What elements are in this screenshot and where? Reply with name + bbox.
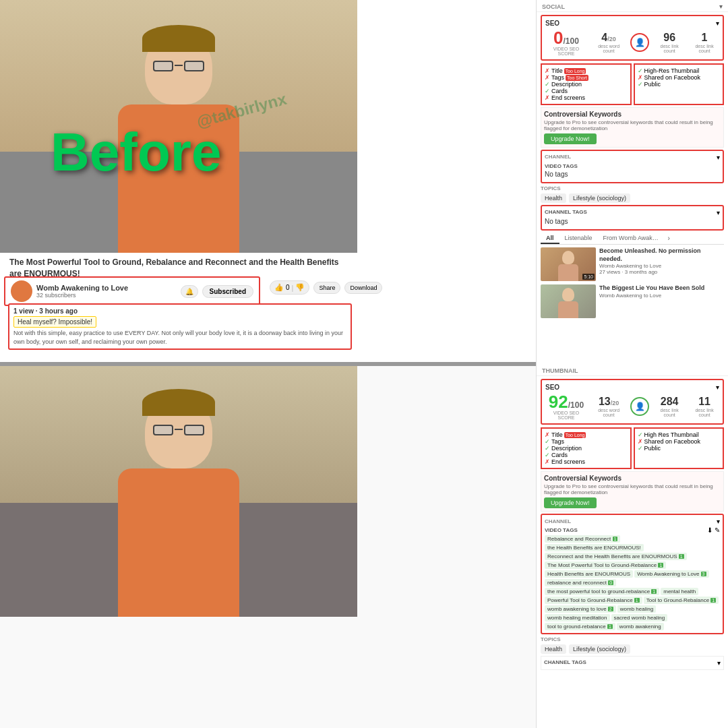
like-section-top[interactable]: 👍 0 | 👎 xyxy=(270,280,309,295)
topic-health-top: Health xyxy=(541,193,566,203)
channel-label-bot: CHANNEL xyxy=(545,518,571,524)
link-count-bot: 284 xyxy=(655,396,684,408)
checklist-left-top: ✗ Title Too Long ✗ Tags Too Short ✓ Desc… xyxy=(541,63,632,105)
thumbnail-label-bot: THUMBNAIL xyxy=(542,367,578,374)
subscribed-button-top[interactable]: Subscribed xyxy=(202,285,253,298)
topic-health-bot: Health xyxy=(541,644,566,654)
tags-container-bot: Rebalance and Reconnect 1 the Health Ben… xyxy=(545,535,720,630)
seo-box-top: SEO ▾ 0/100 VIDEO SEO SCORE 4/20 desc wo… xyxy=(541,15,724,61)
upgrade-btn-top[interactable]: Upgrade Now! xyxy=(544,133,597,144)
channel-row-top[interactable]: Womb Awakening to Love 32 subscribers 🔔 … xyxy=(4,276,260,306)
video-tags-label-top: VIDEO TAGS xyxy=(545,163,720,169)
checklist-right-top: ✓ High-Res Thumbnail ✗ Shared on Faceboo… xyxy=(634,63,725,105)
no-tags-top: No tags xyxy=(545,171,720,178)
link-count2-top: 1 xyxy=(690,32,719,44)
topics-label-top: TOPICS xyxy=(541,185,724,191)
video-thumb-2 xyxy=(541,284,596,318)
suggested-videos-top: 5:10 Become Unleashed. No permission nee… xyxy=(541,247,724,318)
bottom-half: After @takbirlynx The Most Powerful Tool… xyxy=(0,364,728,728)
seo-score-bot: 92/100 xyxy=(545,393,587,411)
topic-lifestyle-top: Lifestyle (sociology) xyxy=(569,193,630,203)
right-panel-bot: THUMBNAIL SEO ▾ 92/100 VIDEO SEO SCORE 1… xyxy=(536,364,728,728)
tab-channel-top[interactable]: From Womb Awakening to Lo... xyxy=(598,233,665,244)
cont-title-bot: Controversial Keywords xyxy=(544,475,721,482)
video-views-1: 27 views · 3 months ago xyxy=(599,269,724,275)
topic-lifestyle-bot: Lifestyle (sociology) xyxy=(569,644,630,654)
tab-listenable-top[interactable]: Listenable xyxy=(559,233,598,244)
video-channel-2: Womb Awakening to Love xyxy=(599,293,724,299)
seo-label-bot: SEO xyxy=(545,384,559,391)
word-count-bot: 13/20 xyxy=(593,396,625,408)
video-thumbnail-bot xyxy=(0,364,357,617)
channel-dropdown-top[interactable]: ▾ xyxy=(717,154,720,161)
upgrade-btn-bot[interactable]: Upgrade Now! xyxy=(544,497,597,508)
topics-bot: TOPICS Health Lifestyle (sociology) xyxy=(541,636,724,654)
word-count-top: 4/20 xyxy=(593,32,625,44)
video-channel-1: Womb Awakening to Love xyxy=(599,263,724,269)
thumb-up-icon-top: 👍 xyxy=(274,283,284,292)
dropdown-arrow-top[interactable]: ▾ xyxy=(719,3,723,10)
seo-dropdown-bot[interactable]: ▾ xyxy=(716,384,719,391)
cont-desc-top: Upgrade to Pro to see controversial keyw… xyxy=(544,119,721,131)
channel-tags-label-top: CHANNEL TAGS xyxy=(545,209,587,216)
share-button-top[interactable]: Share xyxy=(313,282,340,294)
desc-text-top: Not with this simple, easy practice to u… xyxy=(13,329,346,346)
seo-box-bot: SEO ▾ 92/100 VIDEO SEO SCORE 13/20 desc … xyxy=(541,379,724,425)
notification-button-top[interactable]: 🔔 xyxy=(181,285,198,298)
channel-tags-label-bot: CHANNEL TAGS xyxy=(544,659,586,667)
tab-next-top[interactable]: › xyxy=(665,233,673,244)
seo-label-top: SEO xyxy=(545,20,559,27)
checklist-left-bot: ✗ Title Too Long ✓ Tags ✓ Description ✓ … xyxy=(541,427,632,469)
cont-desc-bot: Upgrade to Pro to see controversial keyw… xyxy=(544,483,721,495)
channel-label-top: CHANNEL xyxy=(545,154,571,161)
channel-tags-top: CHANNEL TAGS ▾ No tags xyxy=(541,205,724,231)
seo-score-label-bot: VIDEO SEO SCORE xyxy=(545,411,587,420)
comment-top: Heal myself? Impossible! xyxy=(13,316,96,328)
before-label: Before xyxy=(51,121,221,183)
like-count-top: 0 xyxy=(286,284,290,291)
right-panel-top: SOCIAL ▾ SEO ▾ 0/100 VIDEO SEO SCORE 4/2… xyxy=(536,0,728,364)
cont-keywords-top: Controversial Keywords Upgrade to Pro to… xyxy=(541,107,724,148)
video-item-1[interactable]: 5:10 Become Unleashed. No permission nee… xyxy=(541,247,724,281)
channel-section-bot: CHANNEL ▾ VIDEO TAGS ⬇ ✎ Rebalance and R… xyxy=(541,514,724,634)
channel-tags-bot: CHANNEL TAGS ▾ xyxy=(541,656,724,670)
channel-name-top: Womb Awakening to Love xyxy=(36,284,177,292)
social-label-top: SOCIAL xyxy=(542,3,565,10)
views-top: 1 view · 3 hours ago xyxy=(13,307,346,315)
link-count-top: 96 xyxy=(655,32,684,44)
video-thumb-1: 5:10 xyxy=(541,247,596,281)
topics-label-bot: TOPICS xyxy=(541,636,724,642)
link-count2-bot: 11 xyxy=(690,396,719,408)
checklist-right-bot: ✓ High Res Thumbnail ✗ Shared on Faceboo… xyxy=(634,427,725,469)
seo-dropdown-top[interactable]: ▾ xyxy=(716,20,719,27)
channel-avatar-top xyxy=(11,280,32,302)
cont-keywords-bot: Controversial Keywords Upgrade to Pro to… xyxy=(541,471,724,512)
description-top: 1 view · 3 hours ago Heal myself? Imposs… xyxy=(8,303,352,350)
channel-section-top: CHANNEL ▾ VIDEO TAGS No tags xyxy=(541,150,724,183)
tab-all-top[interactable]: All xyxy=(541,233,559,244)
thumb-down-icon-top: 👎 xyxy=(295,283,305,292)
seo-score-label-top: VIDEO SEO SCORE xyxy=(545,47,587,56)
video-title-1: Become Unleashed. No permission needed. xyxy=(599,247,724,263)
video-item-2[interactable]: The Biggest Lie You Have Been Sold Womb … xyxy=(541,284,724,318)
divider-top: | xyxy=(292,284,294,292)
channel-subs-top: 32 subscribers xyxy=(36,292,177,299)
download-button-top[interactable]: Download xyxy=(344,282,382,294)
video-title-2: The Biggest Lie You Have Been Sold xyxy=(599,284,724,293)
no-channel-tags-top: No tags xyxy=(545,218,720,225)
cont-title-top: Controversial Keywords xyxy=(544,111,721,118)
video-tags-label-bot: VIDEO TAGS xyxy=(545,527,578,533)
topics-top: TOPICS Health Lifestyle (sociology) xyxy=(541,185,724,203)
seo-score-top: 0/100 xyxy=(545,29,587,47)
